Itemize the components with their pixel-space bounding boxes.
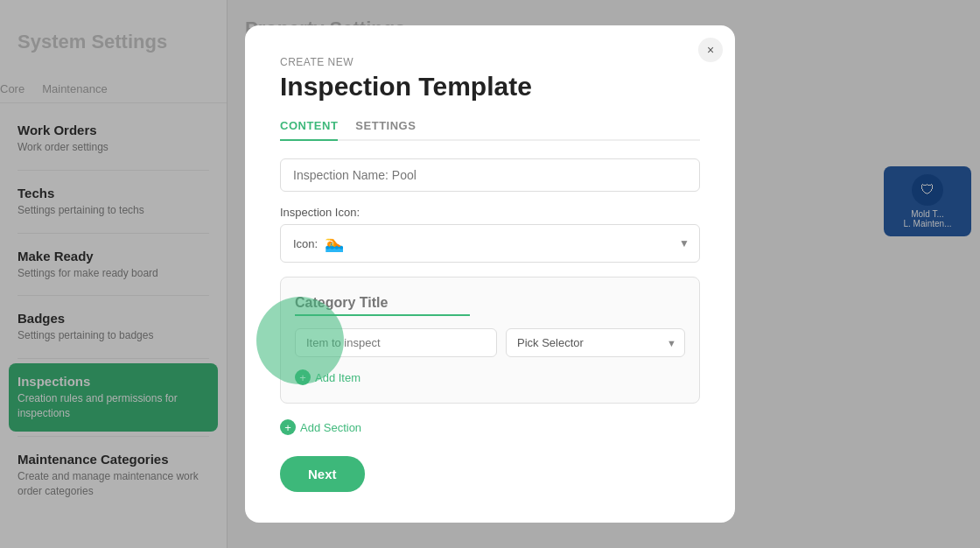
category-section-box: Pick Selector Text Yes/No Number ▼ + Add… [280,277,700,404]
modal-title: Inspection Template [280,72,700,102]
inspection-name-input[interactable] [280,158,700,192]
pick-selector-dropdown[interactable]: Pick Selector Text Yes/No Number [506,328,685,357]
modal-footer: Next [280,439,700,492]
modal-overlay: × CREATE NEW Inspection Template CONTENT… [0,0,980,548]
inspection-icon-group: Inspection Icon: Icon: 🏊 ▼ [280,206,700,263]
tab-settings[interactable]: SETTINGS [355,119,416,139]
icon-prefix-label: Icon: [293,237,318,250]
add-section-label: Add Section [300,421,361,434]
tab-content[interactable]: CONTENT [280,119,338,141]
add-section-button[interactable]: + Add Section [280,416,361,439]
inspection-icon-label: Inspection Icon: [280,206,700,219]
modal-close-button[interactable]: × [698,38,723,62]
icon-emoji: 🏊 [325,234,344,253]
inspection-name-group [280,158,700,192]
inspection-template-modal: × CREATE NEW Inspection Template CONTENT… [245,25,735,523]
add-section-icon: + [280,419,296,435]
item-row: Pick Selector Text Yes/No Number ▼ [295,328,685,357]
icon-select-wrapper: Icon: 🏊 ▼ [280,224,700,263]
modal-tabs: CONTENT SETTINGS [280,119,700,141]
modal-create-new-label: CREATE NEW [280,56,700,68]
icon-prefix-display[interactable]: Icon: 🏊 [280,224,700,263]
next-button[interactable]: Next [280,456,365,492]
pick-selector-wrapper: Pick Selector Text Yes/No Number ▼ [506,328,685,357]
green-circle-highlight [256,297,344,384]
